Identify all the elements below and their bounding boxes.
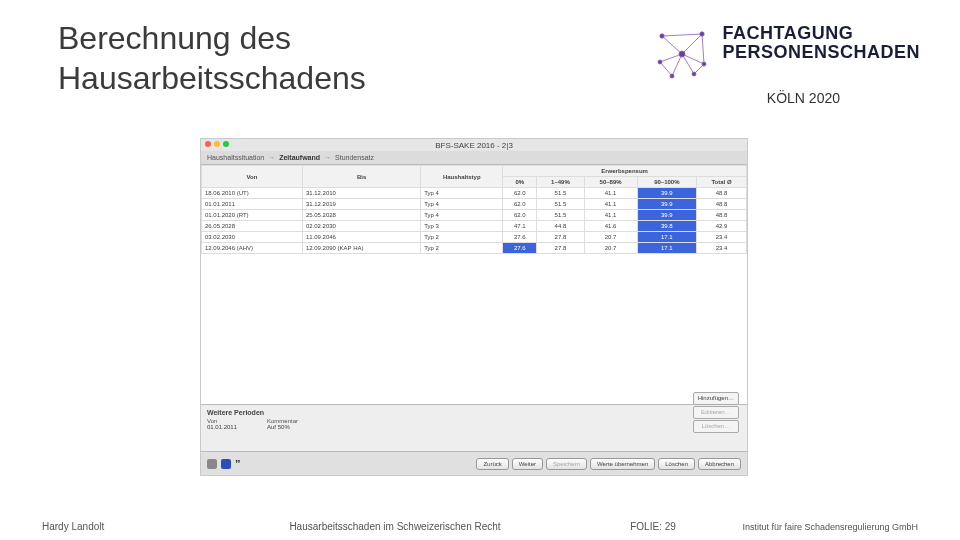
table-cell: 41.1	[584, 199, 637, 210]
footer-button[interactable]: Weiter	[512, 458, 543, 470]
svg-point-13	[658, 60, 662, 64]
table-cell: 27.8	[537, 232, 584, 243]
footer-button: Speichern	[546, 458, 587, 470]
table-cell: 47.1	[503, 221, 537, 232]
table-cell: Typ 4	[421, 210, 503, 221]
periods-panel: Weitere Perioden Von 01.01.2011 Kommenta…	[201, 404, 747, 434]
table-row[interactable]: 03.02.203011.09.2046Typ 227.627.820.717.…	[202, 232, 747, 243]
table-cell: 17.1	[637, 232, 696, 243]
table-cell: 26.05.2028	[202, 221, 303, 232]
col-0: 0%	[503, 177, 537, 188]
table-cell: 25.05.2028	[302, 210, 420, 221]
event-location: KÖLN 2020	[767, 90, 840, 106]
footer-page: FOLIE: 29	[608, 521, 698, 532]
periods-title: Weitere Perioden	[207, 409, 741, 416]
table-cell: 39.8	[637, 221, 696, 232]
footer-org: Institut für faire Schadensregulierung G…	[698, 522, 918, 532]
table-cell: 44.8	[537, 221, 584, 232]
bp-von-value: 01.01.2011	[207, 424, 237, 430]
tool-icon[interactable]	[207, 459, 217, 469]
footer-button[interactable]: Zurück	[476, 458, 508, 470]
table-cell: 12.09.2090 (KAP HA)	[302, 243, 420, 254]
table-cell: 62.0	[503, 210, 537, 221]
table-cell: 41.6	[584, 221, 637, 232]
brand-text: FACHTAGUNG PERSONENSCHADEN	[722, 24, 920, 62]
table-cell: 39.9	[637, 199, 696, 210]
close-icon[interactable]	[205, 141, 211, 147]
bp-komm-value: Auf 50%	[267, 424, 298, 430]
table-cell: 27.8	[537, 243, 584, 254]
svg-point-11	[660, 34, 664, 38]
col-typ: Haushaltstyp	[421, 166, 503, 188]
quote-icon[interactable]: ”	[235, 458, 247, 470]
panel-button: Löschen…	[693, 420, 739, 433]
app-window: BFS-SAKE 2016 - 2|3 Haushaltssituation →…	[200, 138, 748, 476]
table-cell: 27.6	[503, 232, 537, 243]
chevron-right-icon: →	[268, 154, 275, 161]
svg-point-15	[670, 74, 674, 78]
table-row[interactable]: 18.06.2010 (UT)31.12.2010Typ 462.051.541…	[202, 188, 747, 199]
panel-button[interactable]: Hinzufügen…	[693, 392, 739, 405]
table-cell: 17.1	[637, 243, 696, 254]
slide: Berechnung desHausarbeitsschadens FACHTA…	[0, 0, 960, 540]
table-cell: 48.8	[697, 188, 747, 199]
footer-button[interactable]: Löschen	[658, 458, 695, 470]
table-cell: 51.5	[537, 210, 584, 221]
svg-point-14	[702, 62, 706, 66]
table-cell: 39.9	[637, 188, 696, 199]
table-cell: 42.9	[697, 221, 747, 232]
table-cell: 23.4	[697, 232, 747, 243]
svg-line-0	[662, 36, 682, 54]
col-von: Von	[202, 166, 303, 188]
table-cell: 01.01.2020 (RT)	[202, 210, 303, 221]
panel-button: Editieren…	[693, 406, 739, 419]
col-bis: Bis	[302, 166, 420, 188]
footer-button[interactable]: Werte übernehmen	[590, 458, 655, 470]
brand-area: FACHTAGUNG PERSONENSCHADEN	[652, 24, 920, 84]
table-cell: 02.02.2030	[302, 221, 420, 232]
table-cell: Typ 4	[421, 199, 503, 210]
col-1: 1–49%	[537, 177, 584, 188]
slide-title-text: Berechnung desHausarbeitsschadens	[58, 20, 366, 96]
bc-step[interactable]: Stundensatz	[335, 154, 374, 161]
table-cell: Typ 3	[421, 221, 503, 232]
footer-topic: Hausarbeitsschaden im Schweizerischen Re…	[182, 521, 608, 532]
table-row[interactable]: 01.01.2020 (RT)25.05.2028Typ 462.051.541…	[202, 210, 747, 221]
svg-point-10	[679, 51, 685, 57]
footer-button[interactable]: Abbrechen	[698, 458, 741, 470]
col-3: 90–100%	[637, 177, 696, 188]
bc-step-active[interactable]: Zeitaufwand	[279, 154, 320, 161]
table-cell: 27.6	[503, 243, 537, 254]
table-cell: 23.4	[697, 243, 747, 254]
slide-footer: Hardy Landolt Hausarbeitsschaden im Schw…	[0, 521, 960, 532]
table-row[interactable]: 12.09.2046 (AHV)12.09.2090 (KAP HA)Typ 2…	[202, 243, 747, 254]
svg-line-1	[682, 34, 702, 54]
footer-author: Hardy Landolt	[42, 521, 182, 532]
table-cell: 11.09.2046	[302, 232, 420, 243]
breadcrumb: Haushaltssituation → Zeitaufwand → Stund…	[201, 151, 747, 165]
table-cell: Typ 2	[421, 232, 503, 243]
svg-line-6	[662, 34, 702, 36]
svg-point-16	[692, 72, 696, 76]
data-table: Von Bis Haushaltstyp Erwerbspensum 0% 1–…	[201, 165, 747, 254]
bc-step[interactable]: Haushaltssituation	[207, 154, 264, 161]
col-erwerb: Erwerbspensum	[503, 166, 747, 177]
app-title: BFS-SAKE 2016 - 2|3	[435, 141, 513, 150]
minimize-icon[interactable]	[214, 141, 220, 147]
table-cell: 39.9	[637, 210, 696, 221]
tool-icon[interactable]	[221, 459, 231, 469]
slide-title: Berechnung desHausarbeitsschadens	[58, 18, 366, 98]
table-cell: 12.09.2046 (AHV)	[202, 243, 303, 254]
table-cell: Typ 4	[421, 188, 503, 199]
table-row[interactable]: 26.05.202802.02.2030Typ 347.144.841.639.…	[202, 221, 747, 232]
col-2: 50–89%	[584, 177, 637, 188]
table-cell: 51.5	[537, 199, 584, 210]
zoom-icon[interactable]	[223, 141, 229, 147]
table-cell: 31.12.2010	[302, 188, 420, 199]
chevron-right-icon: →	[324, 154, 331, 161]
table-row[interactable]: 01.01.201131.12.2019Typ 462.051.541.139.…	[202, 199, 747, 210]
network-logo-icon	[652, 24, 712, 84]
table-cell: 31.12.2019	[302, 199, 420, 210]
table-cell: 41.1	[584, 188, 637, 199]
table-cell: 41.1	[584, 210, 637, 221]
